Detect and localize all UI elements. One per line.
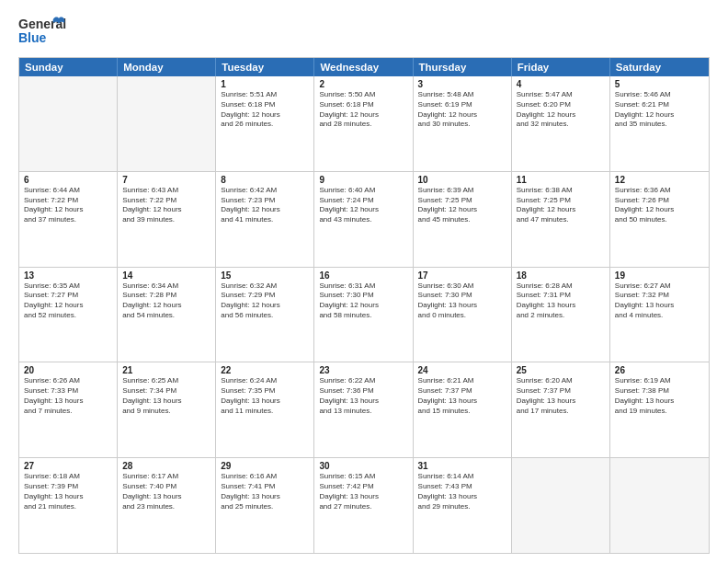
cell-line: Daylight: 12 hours [517,205,605,215]
cell-line: Sunrise: 6:32 AM [221,282,309,292]
cell-line: Sunset: 7:39 PM [24,482,112,492]
cell-line: Sunrise: 5:50 AM [319,90,407,100]
cell-line: Sunrise: 6:27 AM [615,282,704,292]
cell-line: Daylight: 12 hours [319,205,407,215]
day-number: 14 [122,270,210,281]
cell-line: Sunrise: 6:31 AM [319,282,407,292]
cell-line: Sunset: 7:23 PM [221,196,309,206]
cell-line: Sunset: 7:24 PM [319,196,407,206]
svg-text:Blue: Blue [18,30,47,45]
calendar-cell: 8Sunrise: 6:42 AMSunset: 7:23 PMDaylight… [216,172,314,267]
day-number: 27 [24,461,112,471]
day-number: 13 [24,270,112,281]
cell-line: Sunrise: 6:16 AM [221,472,309,482]
cell-line: Sunset: 6:19 PM [418,100,506,110]
cell-line: Sunset: 7:40 PM [122,482,210,492]
calendar-cell: 24Sunrise: 6:21 AMSunset: 7:37 PMDayligh… [414,362,512,457]
cell-line: Sunset: 7:34 PM [122,386,210,396]
cell-line: Daylight: 13 hours [517,301,605,311]
cell-line: Sunrise: 5:47 AM [517,90,605,100]
cell-line: and 25 minutes. [221,502,309,512]
day-number: 26 [615,365,704,375]
cell-line: and 7 minutes. [24,407,112,417]
cell-line: Sunrise: 6:18 AM [24,472,112,482]
cell-line: Sunset: 7:31 PM [517,291,605,301]
cell-line: Sunrise: 6:17 AM [122,472,210,482]
calendar-week-row: 13Sunrise: 6:35 AMSunset: 7:27 PMDayligh… [19,267,709,362]
day-number: 7 [122,175,210,185]
cell-line: Sunrise: 6:26 AM [24,376,112,386]
cell-line: Sunset: 7:30 PM [319,291,407,301]
cell-line: Sunrise: 6:20 AM [517,376,605,386]
calendar-cell: 31Sunrise: 6:14 AMSunset: 7:43 PMDayligh… [414,458,512,553]
calendar-cell: 30Sunrise: 6:15 AMSunset: 7:42 PMDayligh… [314,458,413,553]
cell-line: Daylight: 12 hours [122,205,210,215]
day-number: 22 [221,365,309,375]
day-number: 8 [221,175,309,185]
calendar-week-row: 27Sunrise: 6:18 AMSunset: 7:39 PMDayligh… [19,457,709,553]
cell-line: and 43 minutes. [319,215,407,225]
calendar-cell: 9Sunrise: 6:40 AMSunset: 7:24 PMDaylight… [314,172,413,267]
cell-line: and 9 minutes. [122,407,210,417]
cell-line: Sunrise: 6:19 AM [615,376,704,386]
cell-line: and 56 minutes. [221,311,309,321]
cell-line: Sunset: 6:21 PM [615,100,704,110]
cell-line: Sunrise: 6:22 AM [319,376,407,386]
calendar-week-row: 20Sunrise: 6:26 AMSunset: 7:33 PMDayligh… [19,362,709,457]
cell-line: Sunset: 7:32 PM [615,291,704,301]
cell-line: Sunset: 7:25 PM [517,196,605,206]
calendar-cell: 17Sunrise: 6:30 AMSunset: 7:30 PMDayligh… [414,268,512,362]
header: GeneralBlue [18,15,710,50]
cell-line: and 2 minutes. [517,311,605,321]
calendar-cell: 12Sunrise: 6:36 AMSunset: 7:26 PMDayligh… [610,172,709,267]
cell-line: and 0 minutes. [418,311,506,321]
cell-line: and 54 minutes. [122,311,210,321]
calendar-body: 1Sunrise: 5:51 AMSunset: 6:18 PMDaylight… [19,76,709,553]
cell-line: Daylight: 13 hours [122,492,210,502]
calendar-day-header: Tuesday [216,58,314,76]
cell-line: Daylight: 13 hours [319,396,407,407]
cell-line: Sunrise: 6:21 AM [418,376,506,386]
calendar-week-row: 6Sunrise: 6:44 AMSunset: 7:22 PMDaylight… [19,171,709,267]
calendar-cell [118,76,216,171]
day-number: 3 [418,79,506,89]
day-number: 9 [319,175,407,185]
cell-line: Sunrise: 6:42 AM [221,186,309,196]
cell-line: and 45 minutes. [418,215,506,225]
day-number: 15 [221,270,309,281]
logo-svg: GeneralBlue [18,15,66,50]
cell-line: Daylight: 12 hours [122,301,210,311]
cell-line: Sunrise: 6:34 AM [122,282,210,292]
cell-line: Sunrise: 5:48 AM [418,90,506,100]
calendar-cell: 1Sunrise: 5:51 AMSunset: 6:18 PMDaylight… [216,76,314,171]
cell-line: Sunrise: 6:43 AM [122,186,210,196]
cell-line: Sunrise: 6:35 AM [24,282,112,292]
cell-line: Sunrise: 6:39 AM [418,186,506,196]
cell-line: and 28 minutes. [319,120,407,130]
cell-line: Daylight: 13 hours [418,492,506,502]
calendar-cell: 29Sunrise: 6:16 AMSunset: 7:41 PMDayligh… [216,458,314,553]
calendar-day-header: Thursday [414,58,512,76]
cell-line: and 15 minutes. [418,407,506,417]
cell-line: Daylight: 12 hours [319,110,407,121]
calendar-cell: 15Sunrise: 6:32 AMSunset: 7:29 PMDayligh… [216,268,314,362]
calendar-day-header: Friday [512,58,610,76]
cell-line: Daylight: 13 hours [122,396,210,407]
cell-line: and 35 minutes. [615,120,704,130]
cell-line: Sunrise: 6:15 AM [319,472,407,482]
cell-line: Sunset: 6:20 PM [517,100,605,110]
calendar-cell: 20Sunrise: 6:26 AMSunset: 7:33 PMDayligh… [19,362,118,457]
page: GeneralBlue SundayMondayTuesdayWednesday… [0,0,728,563]
day-number: 5 [615,79,704,89]
cell-line: Sunrise: 6:40 AM [319,186,407,196]
cell-line: and 52 minutes. [24,311,112,321]
cell-line: Daylight: 12 hours [517,110,605,121]
day-number: 24 [418,365,506,375]
cell-line: and 27 minutes. [319,502,407,512]
cell-line: Sunset: 6:18 PM [319,100,407,110]
calendar-cell: 14Sunrise: 6:34 AMSunset: 7:28 PMDayligh… [118,268,216,362]
cell-line: Sunset: 7:30 PM [418,291,506,301]
cell-line: Sunrise: 6:38 AM [517,186,605,196]
calendar-cell: 19Sunrise: 6:27 AMSunset: 7:32 PMDayligh… [610,268,709,362]
cell-line: Sunset: 7:33 PM [24,386,112,396]
